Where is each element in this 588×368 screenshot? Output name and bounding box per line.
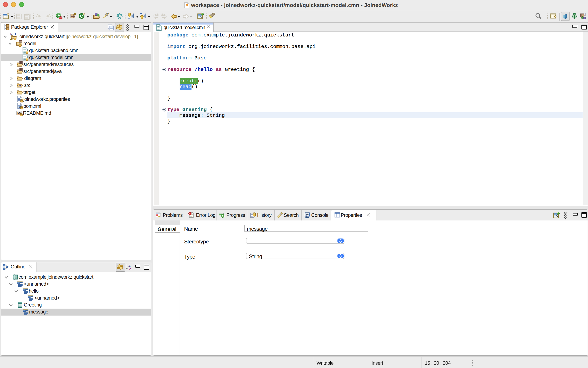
svg-text:z: z bbox=[129, 267, 131, 270]
